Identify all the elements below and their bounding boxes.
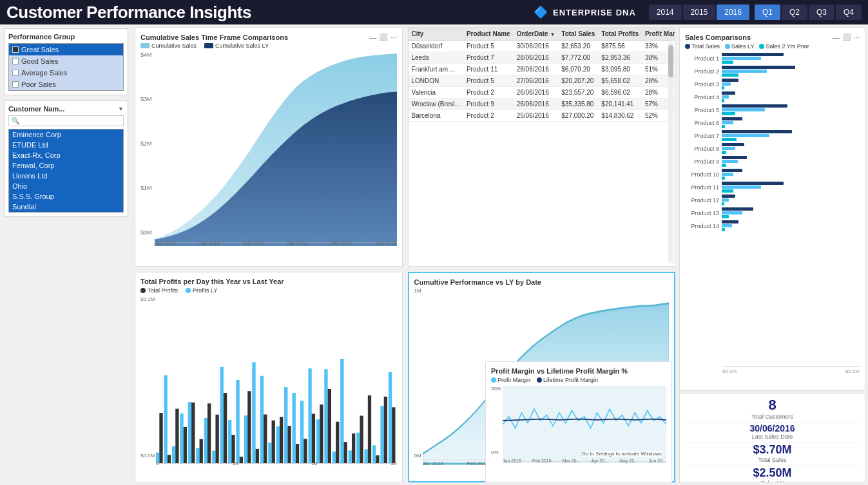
- total-customers-label: Total Customers: [685, 414, 860, 420]
- table-row[interactable]: Wroclaw (Bresl...Product 926/06/2016$35,…: [409, 99, 675, 110]
- svg-rect-59: [389, 372, 392, 464]
- svg-rect-57: [381, 406, 384, 463]
- table-row[interactable]: DüsseldorfProduct 530/06/2016$2,653.20$8…: [409, 41, 675, 52]
- col-orderdate[interactable]: OrderDate ▼: [514, 28, 559, 41]
- col-totalprofits[interactable]: Total Profits: [598, 28, 642, 41]
- sc-bar-row: Product 4: [685, 91, 860, 102]
- sc-bar-row: Product 12: [685, 195, 860, 205]
- sc-bar-row: Product 5: [685, 104, 860, 115]
- sc-product-label: Product 14: [685, 223, 722, 229]
- perf-label-good: Good Sales: [21, 57, 58, 65]
- sales-comparisons-title: Sales Comparisons: [685, 33, 751, 41]
- total-profits-title: Total Profits per Day this Year vs Last …: [140, 278, 397, 285]
- profit-margin-title: Profit Margin vs Lifetime Profit Margin …: [491, 367, 666, 375]
- customer-search-box[interactable]: 🔍: [8, 115, 124, 126]
- last-date-value: 30/06/2016: [685, 423, 860, 433]
- customer-filter-title: Customer Nam...: [8, 105, 64, 113]
- year-2014-btn[interactable]: 2014: [649, 5, 682, 20]
- col-profitmargin[interactable]: Profit Margin: [642, 28, 675, 41]
- svg-rect-46: [336, 422, 339, 464]
- sc-product-label: Product 12: [685, 197, 722, 204]
- sc-bar-row: Product 9: [685, 156, 860, 167]
- table-row[interactable]: Frankfurt am ...Product 1128/06/2016$6,0…: [409, 64, 675, 75]
- sc-product-label: Product 3: [685, 81, 722, 88]
- sc-product-label: Product 11: [685, 184, 722, 191]
- sc-bar-row: Product 11: [685, 182, 860, 193]
- sc-minimize-btn[interactable]: —: [833, 33, 840, 41]
- table-row[interactable]: BarcelonaProduct 225/06/2016$27,000.20$1…: [409, 110, 675, 122]
- customer-item-etude[interactable]: ETUDE Ltd: [9, 140, 123, 150]
- total-sales-value: $3.70M: [685, 443, 860, 457]
- perf-checkbox-poor: [12, 81, 19, 88]
- year-2015-btn[interactable]: 2015: [683, 5, 716, 20]
- customer-item-fenwal[interactable]: Fenwal, Corp: [9, 160, 123, 171]
- last-date-label: Last Sales Date: [685, 433, 860, 440]
- svg-rect-13: [204, 418, 207, 464]
- total-sales-label: Total Sales: [685, 457, 860, 463]
- sc-more-btn[interactable]: ···: [854, 33, 860, 41]
- year-2016-btn[interactable]: 2016: [717, 5, 749, 20]
- logo-icon: 🔷: [534, 5, 548, 19]
- col-product[interactable]: Product Name: [463, 28, 514, 41]
- svg-rect-8: [184, 427, 187, 464]
- customer-search-input[interactable]: [21, 117, 121, 124]
- svg-rect-38: [304, 439, 307, 463]
- q1-btn[interactable]: Q1: [755, 5, 780, 20]
- customer-item-llorens[interactable]: Llorens Ltd: [9, 171, 123, 181]
- col-city[interactable]: City: [409, 28, 463, 41]
- sc-expand-btn[interactable]: ⬜: [842, 33, 851, 41]
- q4-btn[interactable]: Q4: [836, 5, 862, 20]
- table-row[interactable]: ValenciaProduct 226/06/2016$23,557.20$6,…: [409, 87, 675, 99]
- perf-label-average: Average Sales: [21, 69, 67, 77]
- chart-expand-btn[interactable]: ⬜: [379, 33, 388, 41]
- svg-rect-40: [312, 414, 315, 463]
- svg-rect-17: [220, 367, 224, 464]
- cumulative-chart-svg: [155, 52, 397, 246]
- perf-label-great: Great Sales: [21, 46, 59, 53]
- sc-bar-row: Product 7: [685, 130, 860, 141]
- chart-more-btn[interactable]: ···: [391, 33, 396, 41]
- customer-item-exactrx[interactable]: Exact-Rx, Corp: [9, 150, 123, 160]
- perf-item-great-sales[interactable]: Great Sales: [9, 44, 123, 55]
- sc-bar-row: Product 1: [685, 53, 860, 64]
- scrollbar-track[interactable]: [668, 42, 673, 263]
- svg-rect-42: [320, 404, 323, 464]
- table-panel: City Product Name OrderDate ▼ Total Sale…: [408, 27, 676, 267]
- sales-table: City Product Name OrderDate ▼ Total Sale…: [409, 28, 675, 122]
- chart-minimize-btn[interactable]: —: [369, 33, 376, 41]
- sc-product-label: Product 4: [685, 94, 722, 100]
- svg-rect-12: [200, 439, 203, 464]
- customer-item-ohio[interactable]: Ohio: [9, 181, 123, 191]
- svg-rect-32: [280, 417, 283, 463]
- app-title: Customer Performance Insights: [6, 3, 251, 23]
- scrollbar-thumb[interactable]: [668, 45, 673, 77]
- perf-item-good-sales[interactable]: Good Sales: [9, 55, 123, 67]
- svg-rect-28: [264, 414, 267, 463]
- sc-bar-row: Product 10: [685, 169, 860, 180]
- svg-rect-43: [325, 369, 328, 463]
- perf-item-poor-sales[interactable]: Poor Sales: [9, 79, 123, 90]
- svg-rect-25: [253, 362, 256, 463]
- perf-item-average-sales[interactable]: Average Sales: [9, 67, 123, 79]
- customer-item-sss[interactable]: S.S.S. Group: [9, 191, 123, 202]
- svg-rect-58: [384, 397, 387, 464]
- q2-btn[interactable]: Q2: [782, 5, 807, 20]
- customer-item-eminence[interactable]: Eminence Corp: [9, 129, 123, 140]
- performance-group-header: Performance Group: [8, 33, 124, 41]
- table-row[interactable]: LONDONProduct 527/06/2016$20,207.20$5,65…: [409, 75, 675, 87]
- kpi-total-customers: 8 Total Customers: [685, 397, 860, 423]
- svg-rect-9: [188, 402, 191, 464]
- svg-rect-39: [309, 368, 312, 464]
- sc-product-label: Product 10: [685, 171, 722, 178]
- customer-item-sundial[interactable]: Sundial: [9, 202, 123, 212]
- col-totalsales[interactable]: Total Sales: [558, 28, 598, 41]
- table-row[interactable]: LeedsProduct 728/06/2016$7,772.00$2,953.…: [409, 52, 675, 64]
- svg-rect-47: [340, 359, 343, 464]
- sc-bar-row: Product 13: [685, 207, 860, 218]
- cumulative-chart-panel: Cumulative Sales Time Frame Comparisons …: [135, 27, 403, 267]
- q3-btn[interactable]: Q3: [809, 5, 834, 20]
- cumulative-legend: Cumulative Sales Cumulative Sales LY: [140, 43, 397, 49]
- svg-rect-51: [356, 433, 360, 464]
- total-customers-value: 8: [685, 397, 860, 414]
- chevron-down-icon: ▼: [118, 106, 124, 112]
